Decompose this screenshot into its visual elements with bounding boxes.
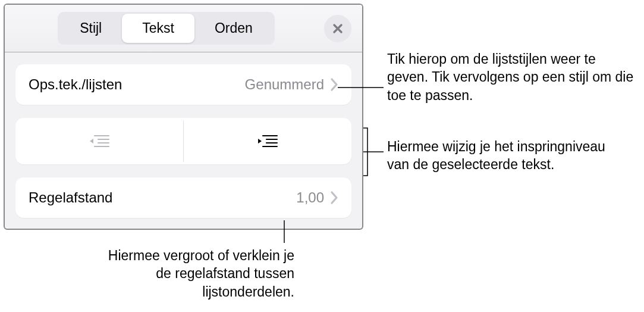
indent-button[interactable] (183, 120, 351, 162)
bullets-lists-value: Genummerd (245, 76, 324, 93)
panel-header: Stijl Tekst Orden (5, 5, 362, 52)
bullets-lists-label: Ops.tek./lijsten (29, 76, 245, 93)
line-spacing-cell[interactable]: Regelafstand 1,00 (15, 177, 351, 218)
chevron-right-icon (330, 77, 338, 92)
indent-cell (15, 118, 351, 164)
close-icon (332, 23, 344, 35)
tab-tekst[interactable]: Tekst (122, 14, 194, 43)
line-spacing-value: 1,00 (296, 189, 324, 206)
line-spacing-label: Regelafstand (29, 189, 296, 206)
indent-icon (257, 133, 278, 149)
format-panel: Stijl Tekst Orden Ops.tek./lijsten Genum… (4, 4, 363, 230)
outdent-icon (89, 133, 110, 149)
outdent-button[interactable] (15, 120, 183, 162)
panel-content: Ops.tek./lijsten Genummerd (5, 52, 362, 218)
close-button[interactable] (324, 15, 351, 42)
bullets-lists-cell[interactable]: Ops.tek./lijsten Genummerd (15, 64, 351, 105)
tab-orden[interactable]: Orden (194, 14, 273, 43)
tab-stijl[interactable]: Stijl (59, 14, 122, 43)
segmented-control: Stijl Tekst Orden (58, 12, 275, 45)
callout-list-styles: Tik hierop om de lijststijlen weer te ge… (387, 50, 637, 104)
callout-line-spacing: Hiermee vergroot of verklein je de regel… (92, 247, 294, 301)
chevron-right-icon (330, 191, 338, 205)
callout-indent: Hiermee wijzig je het inspringniveau van… (387, 138, 613, 174)
